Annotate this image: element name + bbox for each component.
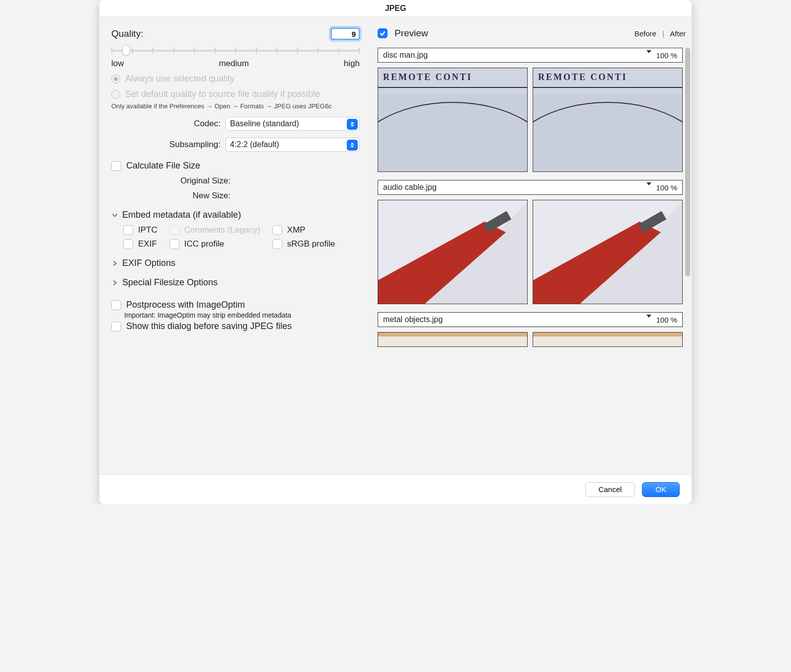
scrollbar[interactable] — [685, 48, 690, 276]
quality-label: Quality: — [111, 28, 143, 39]
postprocess-note: Important: ImageOptim may strip embedded… — [124, 311, 360, 319]
embed-metadata-disclosure[interactable]: Embed metadata (if available) — [111, 210, 360, 220]
subsampling-select[interactable]: 4:2:2 (default) — [226, 138, 360, 152]
preview-label: Preview — [395, 28, 428, 39]
stepper-arrows-icon — [347, 140, 358, 151]
file-name: disc man.jpg — [383, 51, 428, 60]
thumbnail-after[interactable] — [533, 200, 683, 304]
chevron-down-icon — [111, 212, 118, 219]
chevron-right-icon — [111, 260, 118, 267]
preview-checkbox[interactable] — [378, 28, 388, 38]
quality-input[interactable] — [331, 28, 360, 40]
jpeg-export-dialog: JPEG Quality: low medium — [99, 0, 692, 504]
thumbnail-before[interactable] — [378, 332, 528, 347]
radio-always-quality: Always use selected quality — [111, 74, 360, 84]
codec-label: Codec: — [111, 119, 226, 129]
thumbnail-before[interactable]: REMOTE CONTI — [378, 68, 528, 172]
dropdown-triangle-icon — [646, 185, 651, 194]
show-dialog-checkbox[interactable]: Show this dialog before saving JPEG file… — [111, 321, 360, 332]
file-name: audio cable.jpg — [383, 183, 437, 192]
exif-options-disclosure[interactable]: EXIF Options — [111, 258, 360, 268]
zoom-label: 100 % — [656, 316, 677, 324]
subsampling-label: Subsampling: — [111, 140, 226, 150]
zoom-label: 100 % — [656, 183, 677, 192]
chevron-right-icon — [111, 279, 118, 286]
comments-checkbox: Comments (Legacy) — [169, 225, 260, 235]
radio-source-quality: Set default quality to source file quali… — [111, 89, 360, 99]
cancel-button[interactable]: Cancel — [585, 482, 635, 497]
quality-slider-thumb[interactable] — [122, 45, 130, 56]
slider-label-low: low — [111, 59, 124, 69]
slider-label-high: high — [344, 59, 360, 69]
separator: | — [658, 29, 668, 38]
preview-item: metal objects.jpg100 % — [378, 312, 683, 347]
preview-list: disc man.jpg100 %REMOTE CONTIREMOTE CONT… — [378, 48, 683, 474]
file-header[interactable]: audio cable.jpg100 % — [378, 180, 683, 195]
srgb-checkbox[interactable]: sRGB profile — [272, 239, 335, 249]
special-filesize-disclosure[interactable]: Special Filesize Options — [111, 277, 360, 288]
dropdown-triangle-icon — [646, 53, 651, 62]
new-size-label: New Size: — [111, 191, 231, 201]
ok-button[interactable]: OK — [642, 482, 680, 497]
settings-panel: Quality: low medium high — [99, 17, 372, 474]
calculate-filesize-checkbox[interactable]: Calculate File Size — [111, 161, 360, 171]
before-label[interactable]: Before — [634, 29, 656, 38]
slider-label-medium: medium — [219, 59, 248, 69]
iptc-checkbox[interactable]: IPTC — [123, 225, 158, 235]
content-pane: Quality: low medium high — [99, 17, 692, 474]
stepper-arrows-icon — [347, 119, 358, 130]
file-header[interactable]: disc man.jpg100 % — [378, 48, 683, 63]
exif-checkbox[interactable]: EXIF — [123, 239, 158, 249]
postprocess-checkbox[interactable]: Postprocess with ImageOptim — [111, 300, 360, 310]
quality-help-text: Only available if the Preferences → Open… — [111, 102, 360, 110]
preview-item: disc man.jpg100 %REMOTE CONTIREMOTE CONT… — [378, 48, 683, 172]
svg-marker-2 — [533, 222, 661, 304]
file-header[interactable]: metal objects.jpg100 % — [378, 312, 683, 327]
codec-select[interactable]: Baseline (standard) — [226, 117, 360, 131]
after-label[interactable]: After — [670, 29, 686, 38]
preview-panel: Preview Before | After disc man.jpg100 %… — [372, 17, 692, 474]
zoom-label: 100 % — [656, 51, 677, 60]
xmp-checkbox[interactable]: XMP — [272, 225, 335, 235]
thumbnail-after[interactable]: REMOTE CONTI — [533, 68, 683, 172]
thumbnail-after[interactable] — [533, 332, 683, 347]
quality-slider[interactable] — [111, 43, 360, 58]
thumbnail-before[interactable] — [378, 200, 528, 304]
file-name: metal objects.jpg — [383, 315, 443, 324]
svg-marker-0 — [378, 222, 506, 304]
dialog-footer: Cancel OK — [99, 474, 692, 504]
dropdown-triangle-icon — [646, 318, 651, 327]
preview-item: audio cable.jpg100 % — [378, 180, 683, 304]
icc-checkbox[interactable]: ICC profile — [169, 239, 260, 249]
window-title: JPEG — [99, 0, 692, 17]
original-size-label: Original Size: — [111, 176, 231, 186]
